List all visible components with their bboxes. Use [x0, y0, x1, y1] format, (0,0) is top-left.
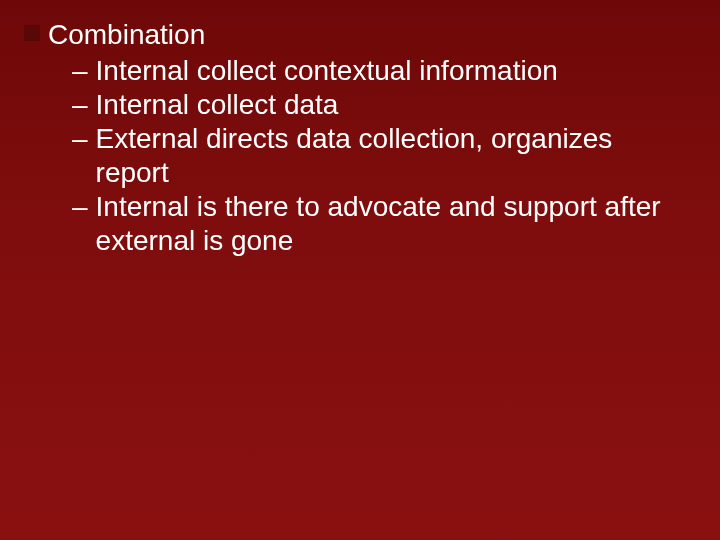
sub-item-text: External directs data collection, organi… — [96, 122, 684, 190]
bullet-text: Combination — [48, 18, 205, 52]
list-item: – External directs data collection, orga… — [72, 122, 684, 190]
dash-icon: – — [72, 88, 88, 122]
list-item: – Internal is there to advocate and supp… — [72, 190, 684, 258]
sub-list: – Internal collect contextual informatio… — [72, 54, 684, 259]
list-item: – Internal collect data — [72, 88, 684, 122]
sub-item-text: Internal is there to advocate and suppor… — [96, 190, 684, 258]
bullet-item: Combination — [24, 18, 684, 52]
list-item: – Internal collect contextual informatio… — [72, 54, 684, 88]
dash-icon: – — [72, 190, 88, 224]
sub-item-text: Internal collect contextual information — [96, 54, 684, 88]
slide: Combination – Internal collect contextua… — [0, 0, 720, 540]
dash-icon: – — [72, 54, 88, 88]
dash-icon: – — [72, 122, 88, 156]
square-bullet-icon — [24, 25, 40, 41]
sub-item-text: Internal collect data — [96, 88, 684, 122]
